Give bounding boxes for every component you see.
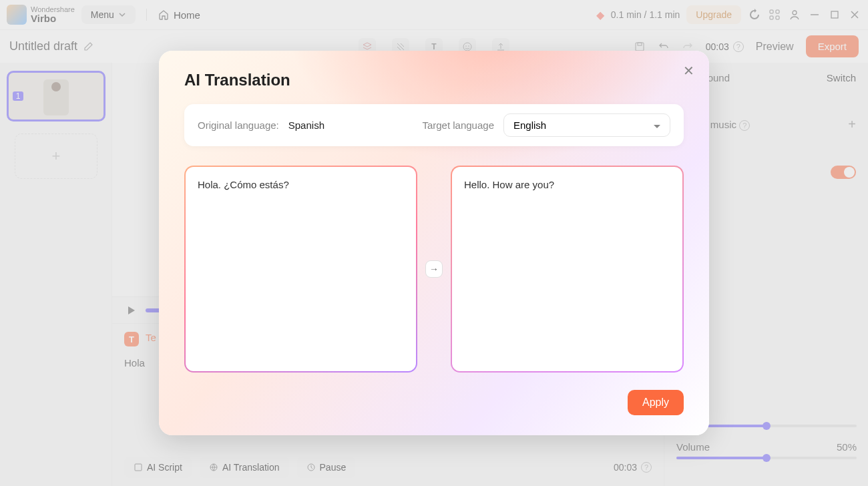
target-text-box[interactable]: Hello. How are you? — [451, 166, 684, 373]
target-language-select[interactable]: English — [503, 113, 670, 137]
modal-title: AI Translation — [184, 71, 684, 89]
original-language-label: Original language: — [198, 119, 279, 131]
close-icon[interactable]: ✕ — [683, 63, 694, 79]
original-language-value: Spanish — [288, 119, 324, 131]
ai-translation-modal: ✕ AI Translation Original language: Span… — [159, 51, 709, 435]
apply-button[interactable]: Apply — [628, 390, 684, 415]
target-language-label: Target language — [422, 119, 494, 131]
source-text-box[interactable]: Hola. ¿Cómo estás? — [184, 166, 417, 373]
translate-arrow-icon[interactable]: → — [425, 260, 443, 278]
language-bar: Original language: Spanish Target langua… — [184, 104, 684, 146]
